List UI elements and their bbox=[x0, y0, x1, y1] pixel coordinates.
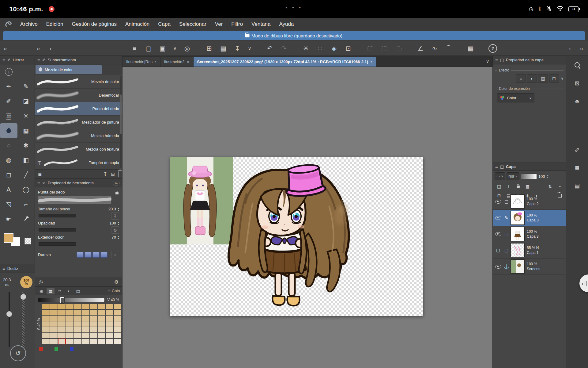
subtool-item[interactable]: ◫ Tampón de copia bbox=[35, 156, 122, 170]
layer-thumbnail[interactable] bbox=[511, 243, 525, 257]
color-swatch[interactable] bbox=[74, 321, 81, 327]
palette-menu-icon[interactable]: ≡ bbox=[37, 180, 40, 186]
color-swatch[interactable] bbox=[50, 339, 58, 344]
color-swatch[interactable] bbox=[106, 339, 113, 344]
color-swatch[interactable] bbox=[114, 310, 121, 315]
subtool-item[interactable]: Mezclador de pintura bbox=[35, 116, 122, 129]
hardness-expand-icon[interactable]: › bbox=[111, 251, 119, 258]
transparent-color-chip[interactable] bbox=[24, 238, 31, 244]
collapse-tool-palette-button[interactable]: « bbox=[37, 41, 40, 56]
layer-row-capa3b[interactable]: ▢ 100 %Capa 3 bbox=[493, 226, 566, 242]
color-swatch[interactable] bbox=[42, 333, 50, 338]
color-swatch[interactable] bbox=[98, 321, 105, 327]
brush-size-track[interactable] bbox=[39, 214, 76, 217]
tool-gradient[interactable]: ◧ bbox=[17, 153, 35, 167]
color-swatch[interactable] bbox=[50, 321, 58, 327]
main-menu-button[interactable]: ≡ bbox=[129, 43, 140, 54]
tab-ilustracion2[interactable]: Ilustración2 × bbox=[160, 57, 194, 67]
subtool-item-selected[interactable]: Punta del dedo bbox=[35, 102, 122, 116]
color-swatch[interactable] bbox=[58, 327, 66, 332]
tab-ilustracion-res[interactable]: Ilustración[Res ● bbox=[123, 57, 160, 67]
layer-thumbnail[interactable] bbox=[511, 227, 525, 241]
color-swatch[interactable] bbox=[66, 321, 74, 327]
color-swatch[interactable] bbox=[114, 333, 121, 338]
color-swatch[interactable] bbox=[74, 339, 81, 344]
crop-button[interactable]: ⊡ bbox=[342, 43, 354, 54]
clip-to-layer-icon[interactable]: ◫ bbox=[495, 183, 503, 190]
color-mix-tab-icon[interactable]: ◐ bbox=[65, 288, 73, 294]
register-material-button[interactable]: ◎ bbox=[181, 43, 193, 54]
redo-button[interactable]: ↷ bbox=[278, 43, 290, 54]
color-swatch[interactable] bbox=[98, 316, 105, 321]
effect-chevron[interactable]: ∨ bbox=[561, 76, 564, 81]
color-swatch[interactable] bbox=[90, 316, 97, 321]
color-swatch[interactable] bbox=[66, 316, 74, 321]
color-swatch[interactable] bbox=[58, 310, 66, 315]
color-swatch[interactable] bbox=[42, 339, 50, 344]
color-swatch[interactable] bbox=[50, 310, 58, 315]
tab-list-chevron[interactable]: ∨ bbox=[486, 58, 489, 64]
collapse-all-right-button[interactable]: » bbox=[580, 41, 583, 56]
layer-checkbox[interactable]: ▢ bbox=[502, 232, 511, 236]
preview-lock-icon[interactable] bbox=[115, 192, 119, 194]
layer-row-screenshot[interactable]: ⚓ 100 %Screens bbox=[493, 259, 566, 275]
palette-menu-icon[interactable]: ≡ bbox=[2, 57, 5, 63]
color-swatch[interactable] bbox=[58, 304, 66, 309]
lock-transparent-icon[interactable]: ▩ bbox=[524, 183, 531, 190]
reference-layer-icon[interactable]: ⊤ bbox=[505, 183, 512, 190]
color-swatch[interactable] bbox=[58, 333, 66, 338]
stepper-icon[interactable]: ▴▾ bbox=[118, 221, 119, 225]
opacity-track[interactable] bbox=[39, 228, 76, 232]
lock-layer-icon[interactable] bbox=[514, 183, 522, 190]
tool-eyedropper[interactable] bbox=[17, 212, 35, 226]
clip-studio-logo-icon[interactable] bbox=[4, 20, 13, 29]
grid-button[interactable]: ▦ bbox=[465, 43, 477, 54]
color-swatch[interactable] bbox=[42, 310, 50, 315]
subtool-item[interactable]: Mezcla húmeda bbox=[35, 129, 122, 143]
color-swatch[interactable] bbox=[82, 339, 89, 344]
brush-size-knob[interactable] bbox=[6, 311, 12, 317]
layer-thumbnail[interactable] bbox=[511, 194, 525, 209]
subtool-item[interactable]: Mezcla de color bbox=[35, 75, 122, 89]
tool-brush[interactable]: ✐ bbox=[0, 94, 17, 109]
palette-link-icon[interactable]: ∞ bbox=[113, 181, 120, 186]
layer-color-effect-icon[interactable]: ⊡ bbox=[549, 74, 559, 83]
new-canvas-button[interactable]: ⊞ bbox=[203, 43, 215, 54]
color-swatch[interactable] bbox=[82, 327, 89, 332]
color-history-tab-icon[interactable]: ▤ bbox=[74, 288, 82, 294]
tool-pencil[interactable]: ✎ bbox=[17, 79, 35, 94]
color-swatch[interactable] bbox=[90, 327, 97, 332]
color-slider-tab-icon[interactable]: ≋ bbox=[56, 288, 64, 294]
palette-menu-icon[interactable]: ≡ bbox=[495, 164, 498, 169]
color-swatch[interactable] bbox=[106, 333, 113, 338]
color-swatch[interactable] bbox=[66, 304, 74, 309]
menu-archivo[interactable]: Archivo bbox=[16, 18, 42, 30]
ruler-curve-button[interactable]: ∿ bbox=[429, 43, 440, 54]
vanish-eraser-button[interactable]: ◈ bbox=[328, 43, 340, 54]
save-button[interactable]: ↧ bbox=[232, 43, 243, 54]
tool-lasso[interactable]: ◌ bbox=[0, 138, 17, 153]
tool-text[interactable]: A bbox=[0, 182, 17, 197]
color-swatch[interactable] bbox=[98, 310, 105, 315]
brush-size-slider[interactable] bbox=[9, 292, 10, 347]
color-swatch[interactable] bbox=[42, 316, 50, 321]
open-file-button[interactable]: ▤ bbox=[217, 43, 229, 54]
color-wheel-tab-icon[interactable]: ◉ bbox=[37, 288, 45, 294]
close-panel-button[interactable]: ⊠ bbox=[571, 77, 584, 89]
color-swatch[interactable] bbox=[106, 321, 113, 327]
value-slider[interactable] bbox=[38, 298, 105, 302]
menu-edicion[interactable]: Edición bbox=[42, 18, 68, 30]
palette-menu-icon[interactable]: ≡ bbox=[2, 266, 5, 271]
tone-effect-icon[interactable]: ◐ bbox=[527, 74, 537, 83]
color-swatch[interactable] bbox=[114, 339, 121, 344]
color-swatch[interactable] bbox=[106, 316, 113, 321]
tool-eraser[interactable]: ◪ bbox=[17, 94, 35, 109]
opacity-knob[interactable] bbox=[20, 294, 26, 300]
collapse-all-left-button[interactable]: « bbox=[4, 41, 7, 56]
register-size-icon[interactable]: ↧ bbox=[111, 212, 119, 220]
layer-opacity-slider[interactable] bbox=[521, 174, 537, 179]
visibility-toggle[interactable] bbox=[494, 200, 502, 204]
color-swatch[interactable] bbox=[106, 327, 113, 332]
color-swatch[interactable] bbox=[42, 327, 50, 332]
filter-button[interactable]: ✳ bbox=[300, 43, 312, 54]
